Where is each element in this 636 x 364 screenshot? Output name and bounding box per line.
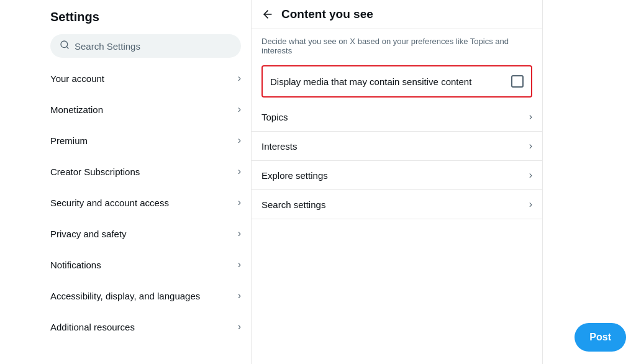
chevron-right-icon: › [529, 111, 532, 122]
sidebar-item-premium[interactable]: Premium › [40, 125, 251, 156]
sidebar: Settings Your account › Monetization › P… [40, 0, 252, 364]
svg-line-1 [66, 47, 68, 48]
sidebar-item-label: Premium [50, 135, 88, 146]
chevron-right-icon: › [238, 166, 241, 177]
sidebar-item-creator-subscriptions[interactable]: Creator Subscriptions › [40, 156, 251, 187]
sensitive-content-item[interactable]: Display media that may contain sensitive… [261, 65, 532, 98]
search-settings-item[interactable]: Search settings › [252, 190, 542, 219]
sidebar-item-privacy-safety[interactable]: Privacy and safety › [40, 218, 251, 249]
search-icon [60, 40, 70, 52]
search-box[interactable] [50, 34, 241, 58]
main-title: Content you see [281, 7, 373, 21]
sidebar-item-label: Notifications [50, 260, 101, 270]
chevron-right-icon: › [238, 135, 241, 146]
chevron-right-icon: › [238, 104, 241, 115]
main-content: Content you see Decide what you see on X… [252, 0, 543, 364]
chevron-right-icon: › [238, 290, 241, 301]
search-container [40, 29, 251, 63]
sensitive-content-checkbox[interactable] [511, 75, 524, 88]
search-input[interactable] [75, 41, 232, 52]
left-spacer [0, 0, 40, 364]
chevron-right-icon: › [529, 199, 532, 210]
sidebar-item-additional-resources[interactable]: Additional resources › [40, 311, 251, 342]
chevron-right-icon: › [238, 228, 241, 239]
sidebar-title: Settings [40, 0, 251, 29]
topics-label: Topics [261, 112, 288, 122]
sidebar-item-monetization[interactable]: Monetization › [40, 94, 251, 125]
topics-item[interactable]: Topics › [252, 102, 542, 132]
chevron-right-icon: › [238, 321, 241, 332]
explore-settings-item[interactable]: Explore settings › [252, 161, 542, 190]
explore-settings-label: Explore settings [261, 170, 328, 181]
sidebar-item-security[interactable]: Security and account access › [40, 187, 251, 218]
sidebar-item-label: Your account [50, 73, 104, 84]
chevron-right-icon: › [529, 170, 532, 181]
sidebar-item-accessibility[interactable]: Accessibility, display, and languages › [40, 280, 251, 311]
sensitive-content-label: Display media that may contain sensitive… [270, 76, 471, 87]
main-header: Content you see [252, 0, 542, 29]
sidebar-item-label: Privacy and safety [50, 229, 127, 239]
sidebar-item-your-account[interactable]: Your account › [40, 63, 251, 94]
sidebar-item-label: Creator Subscriptions [50, 166, 140, 177]
search-settings-label: Search settings [261, 199, 325, 210]
sidebar-nav: Your account › Monetization › Premium › … [40, 63, 251, 342]
chevron-right-icon: › [238, 73, 241, 84]
chevron-right-icon: › [238, 259, 241, 270]
post-button[interactable]: Post [575, 323, 626, 352]
sidebar-item-label: Monetization [50, 104, 103, 115]
sidebar-item-notifications[interactable]: Notifications › [40, 249, 251, 280]
main-subtitle: Decide what you see on X based on your p… [252, 29, 542, 60]
sidebar-item-label: Accessibility, display, and languages [50, 291, 200, 301]
back-button[interactable] [261, 8, 274, 20]
sidebar-item-label: Security and account access [50, 198, 169, 208]
interests-item[interactable]: Interests › [252, 132, 542, 161]
sidebar-item-label: Additional resources [50, 322, 135, 332]
chevron-right-icon: › [238, 197, 241, 208]
right-spacer: Post [543, 0, 636, 364]
interests-label: Interests [261, 141, 298, 152]
chevron-right-icon: › [529, 140, 532, 152]
